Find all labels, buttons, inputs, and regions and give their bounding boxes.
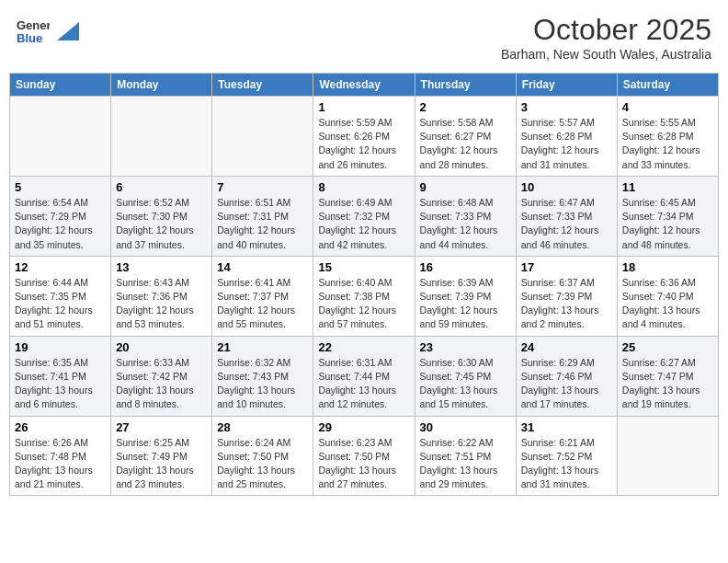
day-info: Sunrise: 6:49 AMSunset: 7:32 PMDaylight:… bbox=[318, 196, 409, 252]
day-number: 15 bbox=[318, 260, 409, 274]
calendar-cell bbox=[212, 97, 313, 177]
calendar-cell: 24Sunrise: 6:29 AMSunset: 7:46 PMDayligh… bbox=[516, 336, 617, 416]
day-info: Sunrise: 6:27 AMSunset: 7:47 PMDaylight:… bbox=[622, 356, 713, 412]
day-info: Sunrise: 5:59 AMSunset: 6:26 PMDaylight:… bbox=[318, 116, 409, 172]
day-number: 3 bbox=[521, 100, 612, 114]
calendar-cell: 16Sunrise: 6:39 AMSunset: 7:39 PMDayligh… bbox=[415, 256, 516, 336]
day-info: Sunrise: 6:44 AMSunset: 7:35 PMDaylight:… bbox=[15, 276, 106, 332]
calendar-cell: 1Sunrise: 5:59 AMSunset: 6:26 PMDaylight… bbox=[313, 97, 415, 177]
day-number: 8 bbox=[318, 180, 409, 194]
calendar-cell: 6Sunrise: 6:52 AMSunset: 7:30 PMDaylight… bbox=[111, 176, 212, 256]
day-number: 27 bbox=[116, 420, 207, 434]
location: Barham, New South Wales, Australia bbox=[501, 47, 711, 62]
day-info: Sunrise: 5:57 AMSunset: 6:28 PMDaylight:… bbox=[521, 116, 612, 172]
calendar-cell bbox=[617, 416, 718, 496]
calendar-cell: 30Sunrise: 6:22 AMSunset: 7:51 PMDayligh… bbox=[415, 416, 516, 496]
day-info: Sunrise: 5:58 AMSunset: 6:27 PMDaylight:… bbox=[420, 116, 511, 172]
day-info: Sunrise: 6:48 AMSunset: 7:33 PMDaylight:… bbox=[420, 196, 511, 252]
calendar-cell: 21Sunrise: 6:32 AMSunset: 7:43 PMDayligh… bbox=[212, 336, 313, 416]
day-info: Sunrise: 6:37 AMSunset: 7:39 PMDaylight:… bbox=[521, 276, 612, 332]
day-number: 19 bbox=[15, 340, 106, 354]
calendar-cell: 9Sunrise: 6:48 AMSunset: 7:33 PMDaylight… bbox=[415, 176, 516, 256]
day-info: Sunrise: 6:54 AMSunset: 7:29 PMDaylight:… bbox=[15, 196, 106, 252]
day-info: Sunrise: 6:45 AMSunset: 7:34 PMDaylight:… bbox=[622, 196, 713, 252]
calendar-cell: 8Sunrise: 6:49 AMSunset: 7:32 PMDaylight… bbox=[313, 176, 415, 256]
calendar-cell: 13Sunrise: 6:43 AMSunset: 7:36 PMDayligh… bbox=[111, 256, 212, 336]
day-info: Sunrise: 6:47 AMSunset: 7:33 PMDaylight:… bbox=[521, 196, 612, 252]
calendar-week-row: 19Sunrise: 6:35 AMSunset: 7:41 PMDayligh… bbox=[10, 336, 719, 416]
day-number: 13 bbox=[116, 260, 207, 274]
logo: General Blue bbox=[17, 13, 79, 51]
calendar-week-row: 5Sunrise: 6:54 AMSunset: 7:29 PMDaylight… bbox=[10, 176, 719, 256]
day-info: Sunrise: 6:33 AMSunset: 7:42 PMDaylight:… bbox=[116, 356, 207, 412]
day-info: Sunrise: 6:24 AMSunset: 7:50 PMDaylight:… bbox=[217, 436, 308, 492]
day-info: Sunrise: 6:30 AMSunset: 7:45 PMDaylight:… bbox=[420, 356, 511, 412]
calendar-week-row: 26Sunrise: 6:26 AMSunset: 7:48 PMDayligh… bbox=[10, 416, 719, 496]
calendar-cell: 29Sunrise: 6:23 AMSunset: 7:50 PMDayligh… bbox=[313, 416, 415, 496]
day-info: Sunrise: 6:23 AMSunset: 7:50 PMDaylight:… bbox=[318, 436, 409, 492]
day-info: Sunrise: 6:22 AMSunset: 7:51 PMDaylight:… bbox=[420, 436, 511, 492]
day-info: Sunrise: 6:32 AMSunset: 7:43 PMDaylight:… bbox=[217, 356, 308, 412]
day-header: Thursday bbox=[415, 74, 516, 97]
day-number: 10 bbox=[521, 180, 612, 194]
calendar-cell: 11Sunrise: 6:45 AMSunset: 7:34 PMDayligh… bbox=[617, 176, 718, 256]
calendar-cell: 27Sunrise: 6:25 AMSunset: 7:49 PMDayligh… bbox=[111, 416, 212, 496]
calendar-header-row: SundayMondayTuesdayWednesdayThursdayFrid… bbox=[10, 74, 719, 97]
calendar-cell: 20Sunrise: 6:33 AMSunset: 7:42 PMDayligh… bbox=[111, 336, 212, 416]
calendar-cell: 18Sunrise: 6:36 AMSunset: 7:40 PMDayligh… bbox=[617, 256, 718, 336]
day-info: Sunrise: 5:55 AMSunset: 6:28 PMDaylight:… bbox=[622, 116, 713, 172]
day-info: Sunrise: 6:41 AMSunset: 7:37 PMDaylight:… bbox=[217, 276, 308, 332]
day-header: Wednesday bbox=[313, 74, 415, 97]
calendar-cell: 31Sunrise: 6:21 AMSunset: 7:52 PMDayligh… bbox=[516, 416, 617, 496]
calendar-cell: 7Sunrise: 6:51 AMSunset: 7:31 PMDaylight… bbox=[212, 176, 313, 256]
day-number: 16 bbox=[420, 260, 511, 274]
day-number: 5 bbox=[15, 180, 106, 194]
calendar-cell: 25Sunrise: 6:27 AMSunset: 7:47 PMDayligh… bbox=[617, 336, 718, 416]
calendar-cell: 12Sunrise: 6:44 AMSunset: 7:35 PMDayligh… bbox=[10, 256, 111, 336]
day-number: 24 bbox=[521, 340, 612, 354]
day-number: 31 bbox=[521, 420, 612, 434]
day-header: Sunday bbox=[10, 74, 111, 97]
day-info: Sunrise: 6:51 AMSunset: 7:31 PMDaylight:… bbox=[217, 196, 308, 252]
calendar-cell bbox=[10, 97, 111, 177]
calendar-cell: 28Sunrise: 6:24 AMSunset: 7:50 PMDayligh… bbox=[212, 416, 313, 496]
day-number: 26 bbox=[15, 420, 106, 434]
day-number: 23 bbox=[420, 340, 511, 354]
calendar-cell: 3Sunrise: 5:57 AMSunset: 6:28 PMDaylight… bbox=[516, 97, 617, 177]
calendar-cell: 2Sunrise: 5:58 AMSunset: 6:27 PMDaylight… bbox=[415, 97, 516, 177]
calendar-cell: 14Sunrise: 6:41 AMSunset: 7:37 PMDayligh… bbox=[212, 256, 313, 336]
calendar-cell: 23Sunrise: 6:30 AMSunset: 7:45 PMDayligh… bbox=[415, 336, 516, 416]
calendar-cell: 10Sunrise: 6:47 AMSunset: 7:33 PMDayligh… bbox=[516, 176, 617, 256]
day-number: 6 bbox=[116, 180, 207, 194]
day-number: 12 bbox=[15, 260, 106, 274]
day-number: 20 bbox=[116, 340, 207, 354]
day-number: 7 bbox=[217, 180, 308, 194]
day-header: Tuesday bbox=[212, 74, 313, 97]
day-number: 30 bbox=[420, 420, 511, 434]
day-number: 21 bbox=[217, 340, 308, 354]
calendar-table: SundayMondayTuesdayWednesdayThursdayFrid… bbox=[9, 73, 719, 496]
day-header: Monday bbox=[111, 74, 212, 97]
calendar-cell bbox=[111, 97, 212, 177]
day-number: 28 bbox=[217, 420, 308, 434]
day-number: 18 bbox=[622, 260, 713, 274]
calendar-cell: 4Sunrise: 5:55 AMSunset: 6:28 PMDaylight… bbox=[617, 97, 718, 177]
day-header: Friday bbox=[516, 74, 617, 97]
calendar-week-row: 12Sunrise: 6:44 AMSunset: 7:35 PMDayligh… bbox=[10, 256, 719, 336]
day-header: Saturday bbox=[617, 74, 718, 97]
day-info: Sunrise: 6:36 AMSunset: 7:40 PMDaylight:… bbox=[622, 276, 713, 332]
day-number: 17 bbox=[521, 260, 612, 274]
calendar-week-row: 1Sunrise: 5:59 AMSunset: 6:26 PMDaylight… bbox=[10, 97, 719, 177]
calendar-cell: 17Sunrise: 6:37 AMSunset: 7:39 PMDayligh… bbox=[516, 256, 617, 336]
day-number: 1 bbox=[318, 100, 409, 114]
day-number: 9 bbox=[420, 180, 511, 194]
logo-icon: General Blue bbox=[17, 13, 50, 46]
svg-marker-2 bbox=[57, 22, 79, 40]
month-title: October 2025 bbox=[501, 13, 711, 47]
day-number: 22 bbox=[318, 340, 409, 354]
day-info: Sunrise: 6:52 AMSunset: 7:30 PMDaylight:… bbox=[116, 196, 207, 252]
day-number: 11 bbox=[622, 180, 713, 194]
day-info: Sunrise: 6:43 AMSunset: 7:36 PMDaylight:… bbox=[116, 276, 207, 332]
day-number: 25 bbox=[622, 340, 713, 354]
day-info: Sunrise: 6:39 AMSunset: 7:39 PMDaylight:… bbox=[420, 276, 511, 332]
